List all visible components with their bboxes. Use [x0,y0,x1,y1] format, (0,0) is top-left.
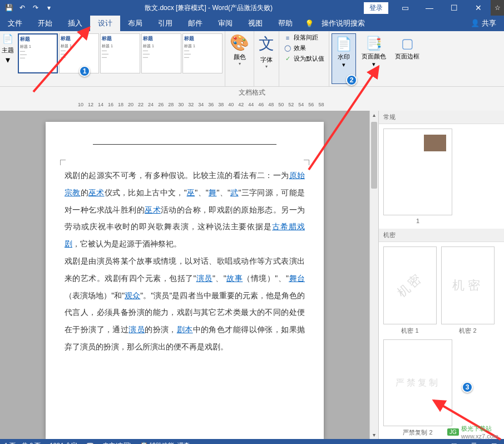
colors-button[interactable]: 🎨 颜色 ▾ [225,31,254,86]
print-layout-icon[interactable]: ☰ [468,442,480,445]
tab-view[interactable]: 视图 [240,16,270,31]
link[interactable]: 舞 [209,188,217,197]
tab-layout[interactable]: 布局 [120,16,150,31]
link[interactable]: 演员 [196,274,213,283]
watermark-option[interactable]: 1 [383,129,452,224]
themes-icon: 📄 [2,33,13,44]
link[interactable]: 巫 [187,188,195,197]
style-thumb[interactable]: 标题 标题 1 ━━━━━━━━━━ [182,33,223,73]
link[interactable]: 巫术 [88,188,105,197]
redo-icon[interactable]: ↷ [31,3,40,12]
style-thumb[interactable]: 标题 标题 1 ━━━━━━━━━━ [18,33,58,73]
style-title: 标题 [102,35,139,42]
ruler-tick: 36 [208,102,214,107]
tab-references[interactable]: 引用 [150,16,180,31]
style-gallery[interactable]: 标题 标题 1 ━━━━━━━━━━ 标题 标题 1 ━━━━━━━━━━ 标题… [16,31,225,86]
close-icon[interactable]: ✕ [466,0,491,16]
login-button[interactable]: 登录 [364,2,388,14]
watermark-option[interactable]: 严禁复制 严禁复制 2 [383,339,452,437]
style-title: 标题 [184,35,221,42]
vertical-scrollbar[interactable]: ▴ ▾ [369,111,378,439]
doc-format-group-label: 文档格式 [0,87,504,98]
style-thumb[interactable]: 标题 标题 1 ━━━━━━━━━━ [141,33,181,73]
link[interactable]: 舞台 [289,274,305,283]
fonts-button[interactable]: 文 字体 ▾ [254,31,279,86]
ruler-tick: 44 [248,102,254,107]
page-color-button[interactable]: 📑 页面颜色 ▾ [358,33,389,84]
watermark-option[interactable]: 机密 机密 1 [383,246,437,335]
watermark-caption: 1 [383,218,452,224]
watermark-label: 水印 [338,53,350,61]
set-default-button[interactable]: ✓设为默认值 [284,55,324,63]
browser-favorite-icon[interactable]: ☆ [491,0,504,16]
tell-me[interactable]: 操作说明搜索 [314,16,373,31]
page-count[interactable]: 1 页，共 6 页 [4,441,41,445]
paragraph[interactable]: 戏剧是由演员将某个故事或情境，以对话、歌唱或动作等方式表演出来的艺术。戏剧有四个… [65,253,305,356]
tab-home[interactable]: 开始 [30,16,60,31]
tab-review[interactable]: 审阅 [210,16,240,31]
word-count[interactable]: 1004 个字 [50,441,77,445]
colors-icon: 🎨 [230,33,249,52]
link[interactable]: 观众 [125,291,140,300]
tab-file[interactable]: 文件 [0,16,30,31]
watermark-preview-text: 严禁复制 [396,377,440,389]
style-title: 标题 [61,35,97,42]
share-button[interactable]: 👤 共享 [463,18,504,28]
language[interactable]: 中文(中国) [103,441,131,445]
para-spacing-label: 段落间距 [294,33,318,42]
window-title: 散文.docx [兼容模式] - Word(产品激活失败) [53,3,364,13]
document-area[interactable]: 戏剧的起源实不可考，有多种假说。比较主流的看法有二：一为原始宗教的巫术仪式，比如… [0,111,369,439]
scrollbar-thumb[interactable] [371,122,377,189]
chevron-down-icon: ▾ [6,55,10,65]
effects-button[interactable]: ◯效果 [284,44,324,52]
tab-help[interactable]: 帮助 [270,16,300,31]
themes-button[interactable]: 📄 主题 ▾ [0,31,16,86]
ribbon-display-icon[interactable]: ▭ [393,0,417,16]
watermark-button[interactable]: 📄 水印 ▾ [332,33,356,84]
set-default-label: 设为默认值 [294,55,324,63]
tab-insert[interactable]: 插入 [60,16,90,31]
scroll-down-icon[interactable]: ▾ [370,432,378,438]
ruler-tick: 54 [298,102,304,107]
tab-design[interactable]: 设计 [90,16,120,31]
chevron-down-icon: ▾ [372,61,375,68]
ruler-tick: 26 [158,102,164,107]
statusbar: 1 页，共 6 页 1004 个字 📖 中文(中国) 📋 辅助功能: 调查 ▤ … [0,439,504,444]
link[interactable]: 故事 [226,274,243,283]
ruler-tick: 20 [128,102,134,107]
ruler-tick: 58 [318,102,324,107]
lightbulb-icon: 💡 [305,19,314,28]
link[interactable]: 剧本 [177,325,193,334]
spellcheck-icon[interactable]: 📖 [86,442,94,445]
ribbon-tabs: 文件 开始 插入 设计 布局 引用 邮件 审阅 视图 帮助 💡 操作说明搜索 👤… [0,16,504,31]
web-layout-icon[interactable]: ▦ [488,442,500,445]
style-title: 标题 [20,36,56,43]
ruler-tick: 30 [178,102,184,107]
document-page[interactable]: 戏剧的起源实不可考，有多种假说。比较主流的看法有二：一为原始宗教的巫术仪式，比如… [46,122,324,439]
undo-icon[interactable]: ↶ [18,3,27,12]
paragraph[interactable]: 戏剧的起源实不可考，有多种假说。比较主流的看法有二：一为原始宗教的巫术仪式，比如… [65,167,305,253]
minimize-icon[interactable]: — [417,0,442,16]
style-thumb[interactable]: 标题 标题 1 ━━━━━━━━━━ [100,33,140,73]
ruler-tick: 32 [188,102,194,107]
read-mode-icon[interactable]: ▤ [448,442,459,445]
style-thumb[interactable]: 标题 标题 1 ━━━━━━━━━━ [59,33,99,73]
ruler[interactable]: 1012141618202224262830323436384042444648… [0,98,504,111]
save-icon[interactable]: 💾 [4,3,13,12]
ruler-tick: 12 [88,102,93,107]
link[interactable]: 演员 [129,325,145,334]
maximize-icon[interactable]: ☐ [442,0,466,16]
accessibility[interactable]: 📋 辅助功能: 调查 [140,441,190,445]
section-label: 机密 [379,229,504,242]
themes-label: 主题 [2,46,14,55]
link[interactable]: 武 [230,188,239,197]
link[interactable]: 巫术 [145,205,161,214]
chevron-down-icon: ▾ [265,64,268,69]
watermark-option[interactable]: 机密 机密 2 [441,246,495,335]
qat-more-icon[interactable]: ▾ [45,3,53,12]
tab-mail[interactable]: 邮件 [180,16,210,31]
watermark-preview-text: 机密 [393,270,426,301]
page-border-button[interactable]: ▢ 页面边框 [392,33,423,84]
paragraph-spacing-button[interactable]: ≡段落间距 [284,33,324,42]
scroll-up-icon[interactable]: ▴ [370,112,378,118]
